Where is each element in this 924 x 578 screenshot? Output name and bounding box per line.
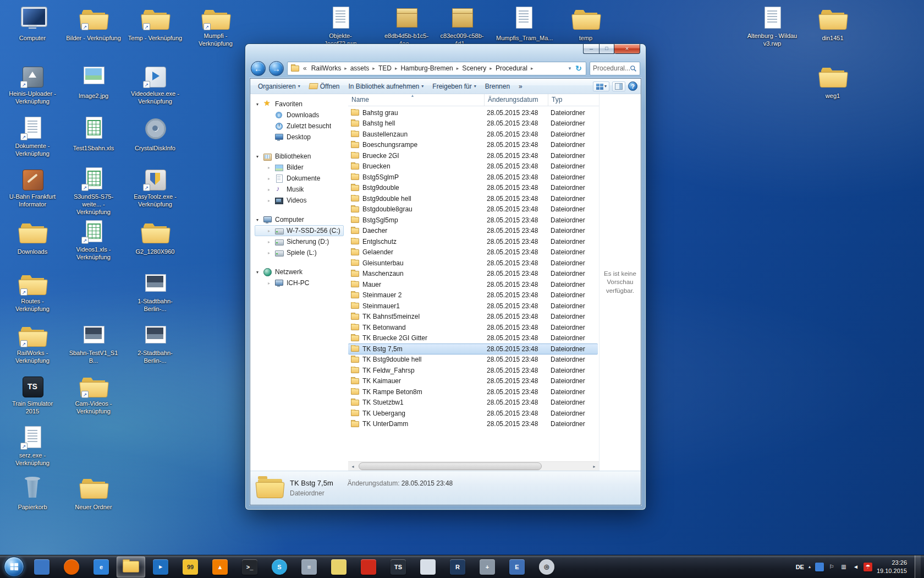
file-row-bstgdouble8grau[interactable]: Bstgdouble8grau28.05.2015 23:48Dateiordn… bbox=[348, 204, 598, 215]
nav-root-netzwerk[interactable]: ▾Netzwerk bbox=[255, 266, 348, 277]
expander-icon[interactable]: ▸ bbox=[266, 165, 272, 170]
taskbar-button-sticky-notes[interactable] bbox=[324, 557, 353, 577]
desktop-icon-bilder-verkn-pfung[interactable]: ↗Bilder - Verknüpfung bbox=[65, 6, 122, 42]
desktop-icon-papierkorb[interactable]: Papierkorb bbox=[4, 475, 61, 511]
desktop-icon-test1sbahn-xls[interactable]: Test1Sbahn.xls bbox=[65, 116, 122, 152]
desktop-icon-neuer-ordner[interactable]: Neuer Ordner bbox=[65, 475, 122, 511]
desktop-icon-videos1-xls-verkn-pfung[interactable]: ↗Videos1.xls - Verknüpfung bbox=[65, 219, 122, 261]
toolbar-button-in-bibliothek-aufnehmen[interactable]: In Bibliothek aufnehmen▾ bbox=[344, 81, 428, 92]
desktop-icon-easytoolz-exe-verkn-pfung[interactable]: ↗EasyToolz.exe - Verknüpfung bbox=[127, 166, 184, 209]
file-row-tk-betonwand[interactable]: TK Betonwand28.05.2015 23:48Dateiordner bbox=[348, 322, 598, 333]
nav-root-favoriten[interactable]: ▾Favoriten bbox=[255, 99, 348, 110]
file-row-bahstg-grau[interactable]: Bahstg grau28.05.2015 23:48Dateiordner bbox=[348, 107, 598, 118]
file-row-bahstg-hell[interactable]: Bahstg hell28.05.2015 23:48Dateiordner bbox=[348, 118, 598, 129]
breadcrumb-item-scenery[interactable]: Scenery bbox=[459, 63, 489, 73]
file-row-bruecke-2gi[interactable]: Bruecke 2GI28.05.2015 23:48Dateiordner bbox=[348, 150, 598, 161]
desktop-icon-serz-exe-verkn-pfung[interactable]: ↗serz.exe - Verknüpfung bbox=[4, 425, 61, 467]
taskbar-button-firefox[interactable] bbox=[57, 557, 86, 577]
file-row-tk-bruecke-2gi-gitter[interactable]: TK Bruecke 2GI Gitter28.05.2015 23:48Dat… bbox=[348, 333, 598, 344]
desktop-icon-railworks-verkn-pfung[interactable]: ↗RailWorks - Verknüpfung bbox=[4, 323, 61, 365]
desktop-icon-videodeluxe-exe-verkn-pfung[interactable]: ↗Videodeluxe.exe - Verknüpfung bbox=[127, 63, 184, 106]
toolbar-button-organisieren[interactable]: Organisieren▾ bbox=[254, 81, 305, 92]
expander-icon[interactable]: ▸ bbox=[266, 250, 272, 255]
scrollbar-track[interactable] bbox=[358, 462, 590, 471]
taskbar-button-media-player[interactable]: ▸ bbox=[146, 557, 175, 577]
show-hidden-icons-button[interactable]: ▴ bbox=[809, 564, 811, 569]
title-bar[interactable]: – □ × bbox=[245, 44, 646, 58]
desktop-icon-altenburg-wildau-v3-rwp[interactable]: Altenburg - Wildau v3.rwp bbox=[744, 6, 801, 48]
preview-pane-button[interactable] bbox=[612, 81, 625, 91]
taskbar-button-railworks[interactable]: R bbox=[443, 557, 472, 577]
taskbar-button-editor[interactable]: E bbox=[503, 557, 531, 577]
nav-item-ich-pc[interactable]: ▸ICH-PC bbox=[255, 277, 344, 288]
taskbar-button-messenger[interactable]: 99 bbox=[176, 557, 205, 577]
desktop-icon-weg1[interactable]: weg1 bbox=[804, 63, 861, 100]
taskbar-button-vlc[interactable]: ▲ bbox=[206, 557, 234, 577]
desktop-icon-downloads[interactable]: Downloads bbox=[4, 219, 61, 256]
breadcrumb-item-railw-orks[interactable]: RailW­orks bbox=[309, 63, 344, 73]
nav-item-desktop[interactable]: Desktop bbox=[255, 132, 344, 143]
file-row-tk-bstg-7-5m[interactable]: TK Bstg 7,5m28.05.2015 23:48Dateiordner bbox=[348, 343, 598, 355]
desktop-icon-e8db4d5b-b1c5-4ee[interactable]: e8db4d5b-b1c5-4ee... bbox=[378, 6, 435, 48]
nav-item-bilder[interactable]: ▸Bilder bbox=[255, 162, 344, 173]
toolbar-button-ffnen[interactable]: Öffnen bbox=[305, 81, 344, 92]
file-row-tk-feldw-fahrsp[interactable]: TK Feldw_Fahrsp28.05.2015 23:48Dateiordn… bbox=[348, 365, 598, 376]
file-row-gleisunterbau[interactable]: Gleisunterbau28.05.2015 23:48Dateiordner bbox=[348, 258, 598, 269]
desktop-icon-routes-verkn-pfung[interactable]: ↗Routes - Verknüpfung bbox=[4, 271, 61, 313]
desktop-icon-train-simulator-2015[interactable]: TSTrain Simulator 2015 bbox=[4, 373, 61, 416]
scroll-left-icon[interactable]: ◂ bbox=[348, 462, 358, 471]
nav-item-musik[interactable]: ▸Musik bbox=[255, 184, 344, 195]
file-row-bruecken[interactable]: Bruecken28.05.2015 23:48Dateiordner bbox=[348, 161, 598, 172]
desktop-icon-image2-jpg[interactable]: Image2.jpg bbox=[65, 63, 122, 100]
nav-root-bibliotheken[interactable]: ▾Bibliotheken bbox=[255, 151, 348, 162]
forward-button[interactable]: → bbox=[269, 61, 284, 76]
scroll-right-icon[interactable]: ▸ bbox=[590, 462, 599, 471]
desktop-icon-2-stadtbahn-berlin[interactable]: 2-Stadtbahn-Berlin-... bbox=[127, 323, 184, 365]
desktop-icon-cam-videos-verkn-pfung[interactable]: ↗Cam-Videos - Verknüpfung bbox=[65, 373, 122, 416]
breadcrumb-item-procedural[interactable]: Procedural bbox=[493, 63, 530, 73]
expander-icon[interactable]: ▸ bbox=[266, 198, 272, 203]
expander-open-icon[interactable]: ▾ bbox=[255, 217, 260, 222]
taskbar-button-calculator[interactable]: = bbox=[295, 557, 323, 577]
expander-icon[interactable]: ▸ bbox=[266, 239, 272, 244]
nav-item-downloads[interactable]: Downloads bbox=[255, 110, 344, 121]
desktop-icon-objekte-josef72-rwp[interactable]: Objekte-Josef72.rwp bbox=[312, 6, 369, 48]
file-row-entglschutz[interactable]: Entglschutz28.05.2015 23:48Dateiordner bbox=[348, 236, 598, 247]
desktop-icon-mumpfis-tram-ma[interactable]: Mumpfis_Tram_Ma... bbox=[495, 6, 552, 42]
desktop-icon-u-bahn-frankfurt-informator[interactable]: U-Bahn Frankfurt Informator bbox=[4, 166, 61, 209]
expander-open-icon[interactable]: ▾ bbox=[255, 102, 260, 107]
breadcrumb-item-hamburg-bremen[interactable]: Hamburg-Bremen bbox=[398, 63, 455, 73]
toolbar-button-[interactable]: » bbox=[514, 81, 527, 92]
file-row-mauer[interactable]: Mauer28.05.2015 23:48Dateiordner bbox=[348, 279, 598, 290]
expander-open-icon[interactable]: ▾ bbox=[255, 270, 260, 275]
breadcrumb-item-ted[interactable]: TED bbox=[376, 63, 394, 73]
close-button[interactable]: × bbox=[614, 44, 640, 54]
desktop-icon-din1451[interactable]: din1451 bbox=[804, 6, 861, 42]
expander-icon[interactable]: ▸ bbox=[266, 176, 272, 181]
clock[interactable]: 23:26 19.10.2015 bbox=[877, 559, 907, 575]
maximize-button[interactable]: □ bbox=[599, 44, 614, 54]
file-row-tk-bahnst5meinzel[interactable]: TK Bahnst5meinzel28.05.2015 23:48Dateior… bbox=[348, 312, 598, 323]
action-center-flag-icon[interactable]: ⚐ bbox=[827, 563, 836, 571]
nav-item-zuletzt-besucht[interactable]: Zuletzt besucht bbox=[255, 121, 344, 132]
file-row-gelaender[interactable]: Gelaender28.05.2015 23:48Dateiordner bbox=[348, 247, 598, 258]
nav-item-spiele-l[interactable]: ▸Spiele (L:) bbox=[255, 247, 344, 258]
antivirus-icon[interactable]: ☂ bbox=[864, 563, 872, 571]
desktop-icon-s3unds5-s75-weite-verkn-pfung[interactable]: ↗S3undS5-S75-weite... - Verknüpfung bbox=[65, 166, 122, 216]
nav-item-videos[interactable]: ▸Videos bbox=[255, 195, 344, 206]
desktop-icon-c83ec009-c58b-4d1[interactable]: c83ec009-c58b-4d1... bbox=[433, 6, 491, 48]
desktop-icon-mumpfi-verkn-pfung[interactable]: ↗Mumpfi - Verknüpfung bbox=[187, 6, 244, 48]
taskbar-button-train-simulator[interactable]: TS bbox=[384, 557, 413, 577]
taskbar-button-internet-explorer[interactable]: e bbox=[87, 557, 116, 577]
file-row-boeschungsrampe[interactable]: Boeschungsrampe28.05.2015 23:48Dateiordn… bbox=[348, 140, 598, 151]
file-row-tk-bstg9double-hell[interactable]: TK Bstg9double hell28.05.2015 23:48Datei… bbox=[348, 355, 598, 366]
address-bar[interactable]: « RailW­orks▸assets▸TED▸Hamburg-Bremen▸S… bbox=[287, 62, 586, 75]
file-row-steinmauer1[interactable]: Steinmauer128.05.2015 23:48Dateiordner bbox=[348, 301, 598, 312]
language-indicator[interactable]: DE bbox=[796, 564, 804, 570]
change-view-button[interactable]: ▾ bbox=[593, 81, 609, 91]
breadcrumb-item-assets[interactable]: assets bbox=[348, 63, 372, 73]
help-button[interactable]: ? bbox=[628, 81, 637, 91]
show-desktop-button[interactable] bbox=[915, 555, 921, 578]
nav-item-dokumente[interactable]: ▸Dokumente bbox=[255, 173, 344, 184]
refresh-icon[interactable]: ↻ bbox=[574, 64, 584, 73]
